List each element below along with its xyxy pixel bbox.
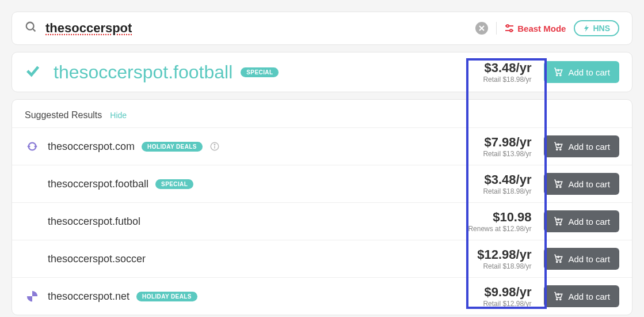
svg-point-7 [510, 29, 512, 32]
add-to-cart-button[interactable]: Add to cart [544, 135, 619, 157]
result-price: $9.98/yrRetail $12.98/yr [483, 285, 531, 308]
price-value: $7.98/yr [483, 135, 531, 150]
globe-icon [25, 140, 40, 153]
svg-point-19 [557, 149, 558, 150]
svg-point-20 [560, 149, 561, 150]
add-to-cart-label: Add to cart [568, 292, 610, 301]
add-to-cart-button[interactable]: Add to cart [544, 173, 619, 195]
featured-domain-name[interactable]: thesoccerspot.football [54, 62, 233, 83]
result-domain-name[interactable]: thesoccerspot.soccer [48, 253, 146, 265]
separator [496, 22, 497, 35]
price-sub: Retail $13.98/yr [483, 150, 531, 158]
hns-button[interactable]: HNS [574, 20, 619, 36]
result-price: $3.48/yrRetail $18.98/yr [483, 172, 531, 195]
hns-label: HNS [593, 24, 610, 33]
featured-result: thesoccerspot.football SPECIAL $3.48/yr … [12, 52, 632, 92]
result-row: thesoccerspot.netHOLIDAY DEALS$9.98/yrRe… [12, 277, 632, 315]
svg-point-31 [557, 261, 558, 262]
result-domain-name[interactable]: thesoccerspot.net [48, 290, 129, 303]
result-row: thesoccerspot.soccer$12.98/yrRetail $18.… [12, 240, 632, 277]
add-to-cart-label: Add to cart [568, 254, 610, 264]
cart-icon [553, 67, 563, 77]
svg-point-11 [560, 74, 561, 76]
result-row: thesoccerspot.footballSPECIAL$3.48/yrRet… [12, 165, 632, 202]
cart-icon [553, 141, 563, 152]
svg-point-36 [560, 299, 561, 300]
price-value: $3.48/yr [483, 172, 531, 187]
result-domain-name[interactable]: thesoccerspot.com [48, 141, 135, 153]
price-value: $3.48/yr [483, 61, 531, 76]
search-icon [25, 21, 37, 36]
result-price: $10.98Renews at $12.98/yr [468, 210, 531, 233]
svg-point-27 [557, 224, 558, 225]
price-value: $12.98/yr [477, 247, 531, 262]
svg-line-1 [33, 29, 36, 32]
clear-search-button[interactable] [475, 22, 488, 35]
price-value: $9.98/yr [483, 285, 531, 300]
price-sub: Retail $18.98/yr [483, 187, 531, 195]
add-to-cart-button[interactable]: Add to cart [544, 285, 619, 307]
result-price: $12.98/yrRetail $18.98/yr [477, 247, 531, 270]
price-retail: Retail $18.98/yr [483, 76, 531, 84]
add-to-cart-label: Add to cart [568, 142, 610, 152]
svg-point-16 [214, 144, 215, 145]
cart-icon [553, 254, 563, 264]
add-to-cart-label: Add to cart [568, 179, 610, 189]
svg-point-10 [557, 74, 558, 76]
svg-point-32 [560, 261, 561, 262]
suggested-title: Suggested Results [25, 110, 102, 120]
info-icon[interactable] [209, 141, 220, 152]
suggested-header: Suggested Results Hide [12, 100, 632, 127]
check-icon [25, 63, 41, 81]
lightning-icon [583, 25, 590, 32]
result-row: thesoccerspot.futbol$10.98Renews at $12.… [12, 202, 632, 240]
svg-point-6 [506, 25, 509, 27]
add-to-cart-label: Add to cart [568, 67, 610, 77]
price-value: $10.98 [468, 210, 531, 225]
price-sub: Retail $18.98/yr [477, 262, 531, 270]
svg-point-28 [560, 224, 561, 225]
svg-point-24 [560, 186, 561, 187]
beast-mode-toggle[interactable]: Beast Mode [505, 24, 566, 33]
result-price: $7.98/yrRetail $13.98/yr [483, 135, 531, 158]
cart-icon [553, 216, 563, 227]
sliders-icon [505, 24, 514, 33]
search-bar: Beast Mode HNS [12, 12, 632, 44]
add-to-cart-button[interactable]: Add to cart [544, 248, 619, 270]
add-to-cart-button[interactable]: Add to cart [544, 61, 619, 83]
svg-point-23 [557, 186, 558, 187]
swirl-icon [25, 290, 40, 303]
add-to-cart-button[interactable]: Add to cart [544, 210, 619, 232]
price-sub: Renews at $12.98/yr [468, 225, 531, 233]
featured-price: $3.48/yr Retail $18.98/yr [483, 61, 531, 84]
search-input[interactable] [45, 21, 467, 36]
cart-icon [553, 291, 563, 301]
svg-point-0 [26, 22, 34, 30]
result-row: thesoccerspot.comHOLIDAY DEALS$7.98/yrRe… [12, 127, 632, 165]
cart-icon [553, 179, 563, 189]
deal-badge: HOLIDAY DEALS [136, 292, 197, 301]
result-domain-name[interactable]: thesoccerspot.futbol [48, 216, 140, 228]
deal-badge: HOLIDAY DEALS [142, 142, 203, 152]
svg-point-35 [557, 299, 558, 300]
hide-toggle[interactable]: Hide [110, 111, 127, 120]
special-badge: SPECIAL [241, 67, 279, 77]
beast-mode-label: Beast Mode [517, 24, 566, 33]
deal-badge: SPECIAL [155, 179, 193, 189]
result-domain-name[interactable]: thesoccerspot.football [48, 178, 148, 190]
add-to-cart-label: Add to cart [568, 217, 610, 227]
price-sub: Retail $12.98/yr [483, 300, 531, 308]
